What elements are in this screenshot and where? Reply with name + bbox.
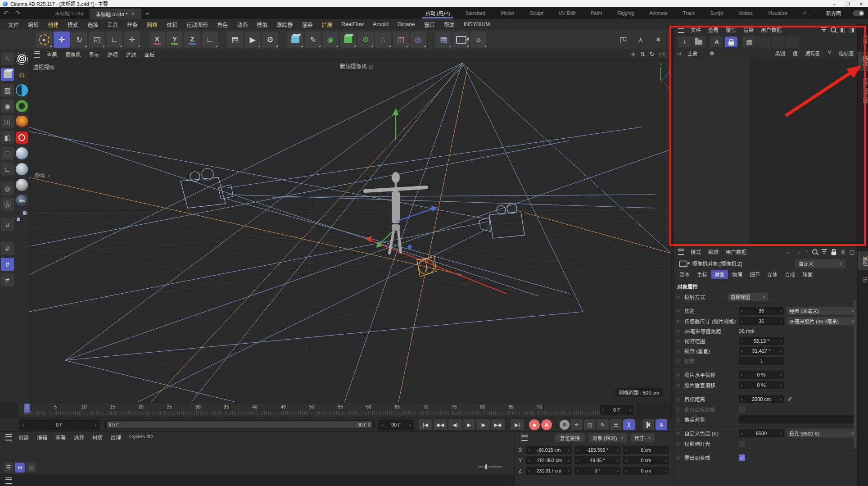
keyframe-dot[interactable]: ◇: [677, 441, 680, 446]
z-size-field[interactable]: ‹0 cm›: [623, 467, 669, 475]
keyframe-dot[interactable]: ◇: [677, 407, 680, 412]
keyframe-dot[interactable]: ◇: [677, 339, 680, 343]
prev-frame-button[interactable]: ◀|: [448, 419, 462, 430]
document-tab-2[interactable]: 未标题 3.c4d *✕: [90, 9, 141, 19]
object-mode-icon[interactable]: ▢: [1, 147, 14, 160]
layout-tab-uv-edit[interactable]: UV Edit: [552, 7, 583, 19]
attribute-tab-对象[interactable]: 对象: [711, 270, 728, 279]
take-state-dot[interactable]: [710, 51, 714, 55]
take-column-类别[interactable]: 类别: [771, 50, 789, 57]
camera-button[interactable]: [453, 32, 469, 48]
workplane-lock-icon[interactable]: #: [1, 258, 14, 271]
picker-icon[interactable]: ✐: [787, 396, 792, 403]
y-rotation-field[interactable]: ‹49.85 °›: [574, 456, 620, 464]
goto-end-button[interactable]: ▶|: [511, 419, 524, 430]
record-keyframe-button[interactable]: ◆: [529, 419, 540, 430]
material-menu-查看[interactable]: 查看: [51, 434, 70, 441]
light-button[interactable]: ☼: [470, 32, 487, 48]
orbit-view-icon[interactable]: ↻: [650, 51, 655, 58]
menu-选择[interactable]: 选择: [83, 21, 103, 28]
minimize-button[interactable]: –: [827, 1, 841, 6]
keying-preset-button[interactable]: A: [656, 419, 667, 430]
keyframe-dot[interactable]: ◇: [677, 309, 680, 313]
material-menu-创建[interactable]: 创建: [14, 434, 33, 441]
frame-decrement[interactable]: ‹: [602, 408, 604, 413]
projection-row-dropdown[interactable]: 透视视图∨: [728, 293, 768, 301]
viewport-menu-过滤[interactable]: 过滤: [122, 51, 140, 58]
keyframe-dot[interactable]: ◇: [677, 295, 680, 299]
frame-increment[interactable]: ›: [630, 408, 631, 413]
menu-INSYDIUM[interactable]: INSYDIUM: [459, 21, 495, 27]
close-tab-icon[interactable]: ✕: [131, 11, 135, 16]
render-view-button[interactable]: ▤: [227, 32, 243, 48]
parent-icon[interactable]: ↑: [805, 249, 808, 255]
z-axis-lock[interactable]: Z: [184, 32, 200, 48]
take-menu-查看[interactable]: 查看: [705, 26, 722, 33]
y-size-field[interactable]: ‹0 cm›: [623, 456, 669, 464]
material-menu-纹理[interactable]: 纹理: [107, 434, 125, 441]
menu-角色[interactable]: 角色: [212, 21, 232, 28]
take-column-组标签[interactable]: 组标签: [835, 50, 857, 57]
track-icon[interactable]: ◎: [841, 249, 845, 255]
menu-样条[interactable]: 样条: [122, 21, 142, 28]
toggle-view-icon[interactable]: ◳: [659, 51, 665, 58]
grid-view-icon[interactable]: ⊞: [15, 463, 25, 472]
x-rotation-field[interactable]: ‹-165.596 °›: [574, 446, 620, 454]
live-selection-tool[interactable]: ➤: [36, 32, 52, 48]
add-take-button[interactable]: +: [678, 36, 691, 47]
dock-tab-场次[interactable]: 场次: [858, 52, 868, 71]
coordinate-reset-tool[interactable]: ∟: [106, 32, 122, 48]
material-menu-选择[interactable]: 选择: [70, 434, 88, 441]
focus-object-row-input[interactable]: [739, 415, 855, 423]
enable-axis-icon[interactable]: ∟: [1, 163, 14, 176]
layout-tab-nodes[interactable]: Nodes: [731, 7, 760, 19]
play-button[interactable]: ▶: [463, 419, 475, 430]
keyframe-dot[interactable]: ◇: [677, 431, 680, 436]
take-menu-用户数据[interactable]: 用户数据: [757, 26, 785, 33]
attribute-tab-细节[interactable]: 细节: [746, 270, 763, 279]
add-layout-button[interactable]: +: [796, 7, 813, 19]
record-parameter-button[interactable]: ☰: [610, 419, 622, 430]
current-frame-box[interactable]: ‹ 0 F ›: [600, 404, 634, 415]
attribute-menu-模式[interactable]: 模式: [687, 248, 705, 255]
coordinate-mode-dropdown[interactable]: 对象 (相对)∨: [589, 433, 627, 442]
dock-layout-icon[interactable]: ◧: [840, 27, 845, 33]
sensor-size-row-stepper[interactable]: ‹36›: [739, 317, 784, 325]
axis-modify-tool[interactable]: ✛: [124, 32, 140, 48]
render-takes-button[interactable]: ▦: [743, 36, 755, 47]
menu-渲染[interactable]: 渲染: [297, 21, 317, 28]
menu-创建[interactable]: 创建: [43, 21, 63, 28]
dock-split-icon[interactable]: ◨: [850, 27, 854, 33]
menu-Octane[interactable]: Octane: [393, 21, 420, 27]
menu-跟踪器[interactable]: 跟踪器: [272, 21, 297, 28]
take-list-area[interactable]: [674, 58, 857, 245]
menu-工具[interactable]: 工具: [103, 21, 122, 28]
character-tool-icon[interactable]: ⋏: [633, 32, 649, 48]
take-menu-覆写[interactable]: 覆写: [722, 26, 740, 33]
keyframe-dot[interactable]: ◇: [677, 417, 680, 422]
preview-range-slider[interactable]: ‖ 0 F 90 F ‖: [104, 420, 375, 429]
viewport-menu-icon[interactable]: [34, 51, 40, 58]
target-plugin-icon[interactable]: [15, 52, 28, 65]
preview-range-fill[interactable]: [107, 421, 372, 428]
menu-模式[interactable]: 模式: [63, 21, 83, 28]
snap-magnet-icon[interactable]: ∪: [1, 218, 14, 231]
status-menu-icon[interactable]: [5, 477, 12, 484]
pan-view-icon[interactable]: ✛: [631, 51, 636, 58]
layout-tab-paint[interactable]: Paint: [583, 7, 609, 19]
empty-slot-2[interactable]: [772, 36, 784, 47]
empty-slot-3[interactable]: [786, 36, 799, 47]
menu-文件[interactable]: 文件: [4, 21, 23, 28]
search-icon[interactable]: [831, 27, 836, 32]
keyframe-dot[interactable]: ◇: [677, 455, 680, 460]
x-axis-lock[interactable]: X: [149, 32, 165, 48]
interface-toggle[interactable]: [853, 10, 864, 16]
z-rotation-field[interactable]: ‹0 °›: [574, 467, 620, 475]
popout-icon[interactable]: ◳: [850, 249, 854, 255]
edges-mode-icon[interactable]: ◫: [1, 115, 14, 128]
material-menu-icon[interactable]: [5, 434, 12, 441]
dolly-view-icon[interactable]: ⇅: [640, 51, 645, 58]
search-icon[interactable]: [812, 249, 818, 254]
spline-pen-button[interactable]: ✎: [305, 32, 321, 48]
menu-扩展[interactable]: 扩展: [317, 21, 337, 28]
